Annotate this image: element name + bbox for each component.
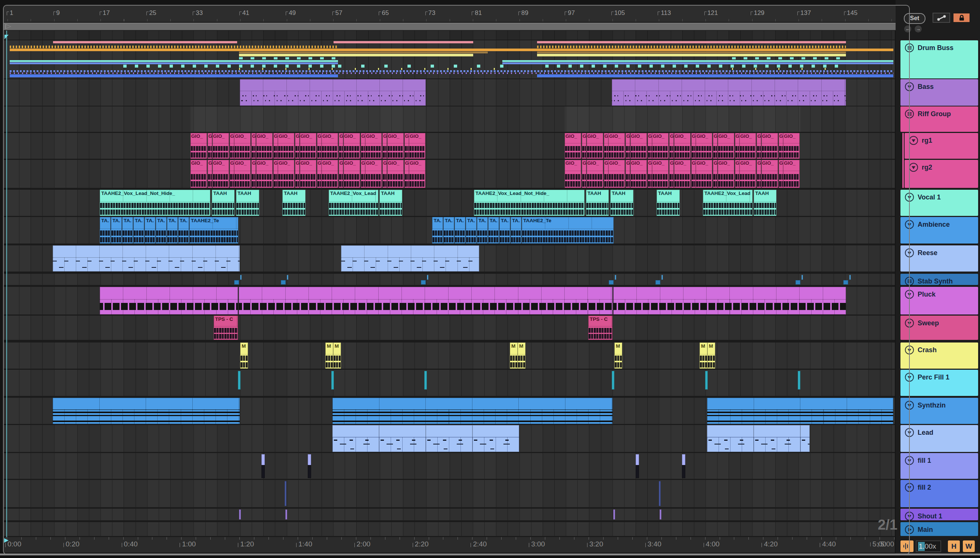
clip[interactable]: GIO_ <box>190 133 207 159</box>
clip[interactable]: G <box>647 133 652 159</box>
clip[interactable] <box>341 245 479 272</box>
clip[interactable]: M <box>615 343 622 369</box>
clip[interactable]: GIO_ <box>278 133 294 159</box>
clip[interactable]: TAAH <box>212 190 234 216</box>
clip[interactable]: GIO_ <box>696 160 712 188</box>
clip[interactable] <box>281 280 286 285</box>
clip[interactable]: G <box>757 160 761 188</box>
track-header-pluck[interactable]: Pluck <box>900 287 978 315</box>
clip[interactable]: G <box>405 160 409 188</box>
clip[interactable] <box>682 454 685 478</box>
clip[interactable]: GIO_ <box>652 133 669 159</box>
track-header-bass[interactable]: Bass <box>900 79 978 106</box>
clip[interactable] <box>798 371 800 389</box>
track-header-main[interactable]: Main <box>900 522 978 536</box>
clip[interactable]: G <box>317 160 321 188</box>
clip[interactable]: TA. <box>454 217 465 243</box>
group-icon[interactable] <box>905 110 914 118</box>
clip[interactable] <box>849 275 851 280</box>
clip[interactable]: G <box>626 160 630 188</box>
fold-icon[interactable] <box>905 512 914 521</box>
track-header-lead[interactable]: Lead <box>900 425 978 452</box>
clip[interactable]: G <box>582 160 587 188</box>
clip[interactable]: TA. <box>432 217 443 243</box>
scrub-area[interactable] <box>4 31 895 39</box>
fold-icon[interactable] <box>905 193 914 202</box>
clip[interactable]: GIO_ <box>365 160 382 188</box>
clip[interactable]: GIO_ <box>409 160 425 188</box>
clip[interactable]: GIO_ <box>762 133 778 159</box>
clip[interactable]: TA. <box>511 217 521 243</box>
clip[interactable] <box>656 280 660 285</box>
track-header-reese[interactable]: Reese <box>900 245 978 272</box>
clip[interactable]: GIO_ <box>739 133 756 159</box>
width-zoom-button[interactable]: W <box>963 540 975 552</box>
clip[interactable]: G <box>405 133 409 159</box>
lock-button[interactable] <box>953 13 970 23</box>
track-row-crash[interactable] <box>4 343 895 369</box>
track-row-sweep[interactable] <box>4 316 895 340</box>
clip[interactable]: G <box>251 160 256 188</box>
clip[interactable] <box>261 454 265 478</box>
play-icon[interactable] <box>905 525 914 534</box>
clip[interactable] <box>800 425 810 452</box>
clip[interactable] <box>285 481 287 506</box>
clip[interactable]: TAAH <box>657 190 680 216</box>
track-header-fill-1[interactable]: fill 1 <box>900 453 978 479</box>
clip[interactable]: G <box>582 133 587 159</box>
clip[interactable]: GIO_ <box>344 160 360 188</box>
clip[interactable]: TA. <box>167 217 178 243</box>
clip[interactable]: GIO_ <box>300 160 316 188</box>
clip[interactable]: M <box>333 343 341 369</box>
clip[interactable]: G <box>317 133 321 159</box>
clip[interactable] <box>609 280 614 285</box>
clip[interactable]: G <box>691 133 696 159</box>
clip[interactable]: TA. <box>111 217 122 243</box>
playback-speed-display[interactable]: 1.00x <box>916 540 941 552</box>
track-row-stab-synth[interactable] <box>4 274 895 285</box>
clip[interactable] <box>287 275 288 280</box>
clip[interactable]: GIO_ <box>762 160 778 188</box>
fold-icon[interactable] <box>905 248 914 257</box>
clip[interactable] <box>636 454 639 478</box>
group-icon[interactable] <box>905 277 914 286</box>
clip[interactable] <box>52 398 240 424</box>
clip[interactable]: GIO_ <box>213 133 229 159</box>
clip[interactable] <box>707 425 754 452</box>
clip[interactable]: TPS - C <box>214 316 238 340</box>
track-header-drum-buss[interactable]: Drum Buss <box>900 40 978 79</box>
track-header-fill-2[interactable]: fill 2 <box>900 480 978 507</box>
clip[interactable]: M <box>510 343 518 369</box>
track-header-riff-group[interactable]: Riff Group <box>900 107 978 132</box>
clip[interactable]: TAAHE2_Vox_Lead <box>703 190 752 216</box>
clip[interactable]: GIO_ <box>674 133 690 159</box>
clip[interactable] <box>100 287 238 315</box>
clip[interactable]: G <box>713 160 718 188</box>
clip[interactable]: TA. <box>488 217 499 243</box>
clip[interactable] <box>379 425 426 452</box>
clip[interactable]: M <box>518 343 526 369</box>
clip[interactable]: G <box>626 133 630 159</box>
clip[interactable]: G <box>295 133 300 159</box>
track-header-shout-1[interactable]: Shout 1 <box>900 509 978 520</box>
clip[interactable]: GIO_ <box>652 160 669 188</box>
clip[interactable]: GIO_ <box>696 133 712 159</box>
clip[interactable] <box>240 275 242 280</box>
clip[interactable]: G <box>691 160 696 188</box>
clip[interactable]: TA. <box>133 217 144 243</box>
clip[interactable]: TAAH <box>586 190 609 216</box>
nav-forward-button[interactable]: → <box>914 25 922 33</box>
clip[interactable]: TAAH <box>236 190 259 216</box>
clip[interactable]: GIO_ <box>321 133 338 159</box>
clip[interactable]: GIO_ <box>565 160 581 188</box>
nav-back-button[interactable]: ← <box>904 25 911 33</box>
height-zoom-button[interactable]: H <box>948 540 960 552</box>
clip[interactable]: G <box>230 133 234 159</box>
clip[interactable]: G <box>735 160 739 188</box>
clip[interactable]: G <box>230 160 234 188</box>
clip[interactable]: GIO_ <box>234 133 251 159</box>
clip[interactable]: GIO_ <box>718 160 734 188</box>
clip[interactable]: G <box>669 160 674 188</box>
set-button[interactable]: Set <box>904 13 926 24</box>
clip[interactable] <box>426 425 472 452</box>
